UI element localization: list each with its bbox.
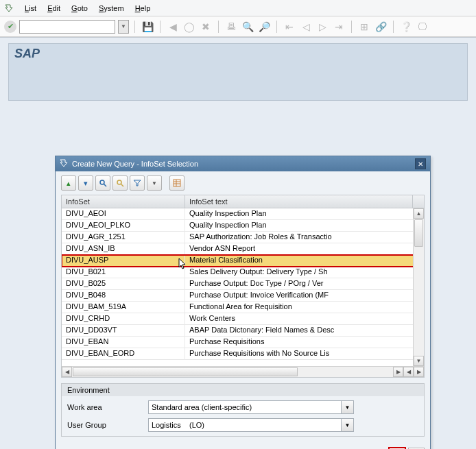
last-page-icon[interactable]: ⇥	[332, 20, 346, 34]
print-icon[interactable]: 🖶	[224, 20, 238, 34]
separator	[160, 21, 160, 33]
column-infoset[interactable]: InfoSet	[62, 195, 185, 208]
cell-infoset-text: Vendor ASN Report	[185, 243, 424, 254]
work-area-input[interactable]	[148, 400, 342, 414]
table-row[interactable]: DIVU_AEOIQuality Inspection Plan	[62, 208, 424, 220]
find-button[interactable]	[95, 175, 110, 191]
dialog-title: Create New Query - InfoSet Selection	[72, 160, 198, 168]
table-row[interactable]: DIVU_EBANPurchase Requisitions	[62, 337, 424, 348]
scroll-up-button[interactable]: ▲	[414, 208, 424, 219]
dialog-titlebar: Create New Query - InfoSet Selection ✕	[56, 156, 430, 171]
user-group-combo[interactable]: ▼	[148, 418, 354, 432]
cancel-icon[interactable]: ✖	[199, 20, 213, 34]
menu-goto[interactable]: Goto	[71, 4, 88, 12]
layout-icon[interactable]: 🖵	[416, 20, 429, 34]
work-area-combo[interactable]: ▼	[148, 400, 354, 414]
find-icon[interactable]: 🔍	[241, 20, 254, 34]
cell-infoset: DIVU_B021	[62, 267, 185, 278]
separator	[351, 21, 352, 33]
table-row[interactable]: DIVU_BAM_519AFunctional Area for Requisi…	[62, 302, 424, 313]
cell-infoset-text: Purchase Output: Doc Type / POrg / Ver	[185, 278, 424, 289]
menu-list[interactable]: List	[25, 4, 36, 12]
content-area: SAP Create New Query - InfoSet Selection…	[0, 37, 476, 449]
svg-line-1	[104, 184, 107, 187]
brand-header: SAP	[8, 43, 468, 101]
command-field[interactable]	[19, 20, 115, 34]
svg-point-2	[117, 180, 121, 184]
dialog-footer: ✔ ✖	[56, 442, 430, 449]
window-menu-icon[interactable]	[4, 3, 14, 13]
user-group-field: User Group ▼	[67, 418, 418, 432]
dialog-toolbar: ▴ ▾ ▼	[56, 171, 430, 195]
command-dropdown[interactable]: ▼	[118, 20, 129, 34]
cell-infoset: DIVU_B025	[62, 278, 185, 289]
back-icon[interactable]: ◀	[166, 20, 180, 34]
prev-page-icon[interactable]: ◁	[299, 20, 313, 34]
sort-desc-button[interactable]: ▾	[78, 175, 93, 191]
menu-edit[interactable]: Edit	[47, 4, 60, 12]
work-area-label: Work area	[67, 403, 143, 411]
cell-infoset-text: Sales Delivery Output: Delivery Type / S…	[185, 267, 424, 278]
cell-infoset: DIVU_AUSP	[62, 255, 185, 266]
scroll-down-button[interactable]: ▼	[414, 356, 424, 366]
chevron-down-icon[interactable]: ▼	[342, 418, 354, 432]
cell-infoset-text: ABAP Data Dictonary: Field Names & Desc	[185, 325, 424, 336]
table-row[interactable]: DIVU_DD03VTABAP Data Dictonary: Field Na…	[62, 325, 424, 337]
filter-dropdown[interactable]: ▼	[147, 175, 162, 191]
table-row[interactable]: DIVU_AEOI_PLKOQuality Inspection Plan	[62, 220, 424, 232]
scroll-thumb[interactable]	[414, 219, 423, 247]
first-page-icon[interactable]: ⇤	[283, 20, 296, 34]
table-row[interactable]: DIVU_EBAN_EORDPurchase Requisitions with…	[62, 348, 424, 360]
help-icon[interactable]: ❔	[399, 20, 413, 34]
menu-system[interactable]: System	[99, 4, 124, 12]
scroll-left2-button[interactable]: ◀	[403, 367, 414, 377]
cell-infoset: DIVU_B048	[62, 290, 185, 301]
scroll-right2-button[interactable]: ▶	[414, 367, 424, 377]
table-row[interactable]: DIVU_B048Purchase Output: Invoice Verifi…	[62, 290, 424, 302]
main-toolbar: ✔ ▼ 💾 ◀ ◯ ✖ 🖶 🔍 🔎 ⇤ ◁ ▷ ⇥ ⊞ 🔗 ❔ 🖵	[0, 16, 476, 37]
filter-button[interactable]	[130, 175, 145, 191]
column-infoset-text[interactable]: InfoSet text	[185, 195, 413, 208]
cell-infoset-text: Work Centers	[185, 313, 424, 324]
cell-infoset: DIVU_CRHD	[62, 313, 185, 324]
infoset-grid: InfoSet InfoSet text DIVU_AEOIQuality In…	[61, 195, 425, 378]
exit-icon[interactable]: ◯	[182, 20, 196, 34]
chevron-down-icon[interactable]: ▼	[342, 400, 354, 414]
user-group-input[interactable]	[148, 418, 342, 432]
scroll-right-button[interactable]: ▶	[393, 367, 403, 377]
next-page-icon[interactable]: ▷	[316, 20, 329, 34]
cell-infoset-text: Purchase Requisitions	[185, 337, 424, 348]
dialog-close-button[interactable]: ✕	[415, 158, 426, 169]
environment-title: Environment	[62, 384, 424, 396]
table-row[interactable]: DIVU_B021Sales Delivery Output: Delivery…	[62, 267, 424, 278]
table-row[interactable]: DIVU_B025Purchase Output: Doc Type / POr…	[62, 278, 424, 290]
scroll-left-button[interactable]: ◀	[62, 367, 72, 377]
sort-asc-button[interactable]: ▴	[61, 175, 76, 191]
separator	[134, 21, 135, 33]
find-next-icon[interactable]: 🔎	[257, 20, 271, 34]
dialog-icon	[60, 159, 68, 169]
table-row[interactable]: DIVU_CRHDWork Centers	[62, 313, 424, 325]
cell-infoset-text: Quality Inspection Plan	[185, 208, 424, 219]
menu-help[interactable]: Help	[135, 4, 151, 12]
table-row[interactable]: DIVU_ASN_IBVendor ASN Report	[62, 243, 424, 255]
new-session-icon[interactable]: ⊞	[357, 20, 371, 34]
shortcut-icon[interactable]: 🔗	[374, 20, 388, 34]
cell-infoset-text: Material Classification	[185, 255, 424, 266]
cell-infoset: DIVU_AEOI_PLKO	[62, 220, 185, 231]
table-row[interactable]: DIVU_AUSPMaterial Classification	[62, 255, 424, 267]
cell-infoset: DIVU_EBAN	[62, 337, 185, 348]
user-group-label: User Group	[67, 421, 143, 429]
enter-icon[interactable]: ✔	[4, 21, 16, 33]
cell-infoset: DIVU_AEOI	[62, 208, 185, 219]
menubar: List Edit Goto System Help	[0, 0, 476, 16]
vertical-scrollbar[interactable]: ▲ ▼	[413, 208, 424, 366]
layout-button[interactable]	[169, 175, 185, 191]
save-icon[interactable]: 💾	[141, 20, 154, 34]
horizontal-scrollbar[interactable]: ◀ ▶ ◀ ▶	[62, 366, 424, 377]
grid-header: InfoSet InfoSet text	[62, 195, 424, 208]
find-next-button[interactable]	[112, 175, 128, 191]
cell-infoset: DIVU_DD03VT	[62, 325, 185, 336]
table-row[interactable]: DIVU_AGR_1251SAP Authorization: Job Role…	[62, 232, 424, 243]
hscroll-thumb[interactable]	[73, 367, 298, 376]
